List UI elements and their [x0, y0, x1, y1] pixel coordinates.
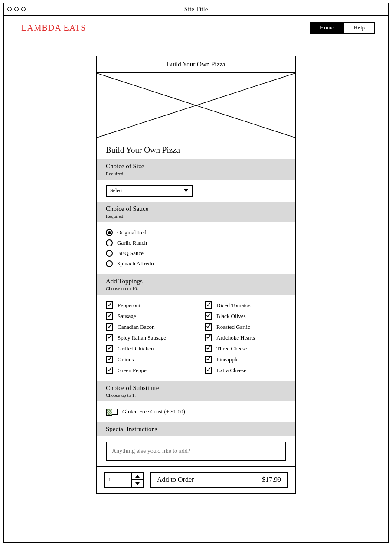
topping-label: Green Pepper	[118, 367, 148, 374]
section-instructions-header: Special Instructions	[97, 422, 295, 436]
quantity-value: 1	[105, 473, 132, 487]
quantity-stepper: 1	[104, 472, 144, 488]
order-price: $17.99	[262, 476, 281, 484]
page-header: LAMBDA EATS Home Help	[4, 16, 388, 38]
quantity-increment[interactable]	[132, 473, 143, 480]
checkbox-topping[interactable]	[205, 345, 212, 352]
toppings-grid: PepperoniSausageCanadian BaconSpicy Ital…	[106, 300, 286, 376]
topping-label: Diced Tomatos	[216, 302, 251, 309]
checkbox-topping[interactable]	[205, 312, 212, 320]
topping-label: Three Cheese	[216, 345, 247, 352]
add-button-label: Add to Order	[157, 476, 194, 484]
title-bar: Site Title	[4, 3, 388, 16]
substitute-sub: Choose up to 1.	[106, 393, 286, 398]
topping-label: Artichoke Hearts	[216, 334, 255, 341]
checkbox-topping[interactable]	[205, 334, 212, 341]
checkbox-topping[interactable]	[106, 334, 113, 341]
checkbox-topping[interactable]	[106, 312, 113, 320]
checkbox-topping[interactable]	[106, 323, 113, 331]
topping-label: Spicy Italian Sausage	[118, 334, 166, 341]
radio-spinach-alfredo[interactable]	[106, 260, 113, 267]
size-title: Choice of Size	[106, 163, 286, 170]
topping-label: Canadian Bacon	[118, 324, 155, 331]
chevron-down-icon	[135, 482, 140, 485]
form-heading: Build Your Own Pizza	[97, 138, 295, 159]
checkbox-topping[interactable]	[106, 367, 113, 374]
section-size-header: Choice of Size Required.	[97, 159, 295, 180]
checkbox-topping[interactable]	[106, 356, 113, 363]
substitute-option-label: Gluten Free Crust (+ $1.00)	[122, 408, 185, 415]
topping-label: Pepperoni	[118, 302, 140, 309]
chevron-up-icon	[135, 475, 140, 478]
sauce-sub: Required.	[106, 213, 286, 219]
brand-logo: LAMBDA EATS	[21, 23, 86, 33]
site-title: Site Title	[4, 6, 388, 13]
sauce-option-label: BBQ Sauce	[117, 250, 144, 257]
checkbox-topping[interactable]	[205, 356, 212, 363]
section-substitute-header: Choice of Substitute Choose up to 1.	[97, 381, 295, 401]
section-toppings-header: Add Toppings Choose up to 10.	[97, 274, 295, 295]
card-title: Build Your Own Pizza	[97, 56, 295, 73]
add-to-order-button[interactable]: Add to Order $17.99	[150, 472, 288, 488]
section-sauce-header: Choice of Sauce Required.	[97, 202, 295, 222]
nav-tab-home[interactable]: Home	[310, 22, 344, 34]
topping-label: Onions	[118, 356, 134, 363]
sauce-option-label: Garlic Ranch	[117, 239, 147, 246]
size-select-label: Select	[110, 187, 123, 194]
topping-label: Black Olives	[216, 313, 246, 320]
topping-label: Grilled Chicken	[118, 345, 154, 352]
topping-label: Pineapple	[216, 356, 238, 363]
radio-bbq-sauce[interactable]	[106, 250, 113, 257]
instructions-title: Special Instructions	[106, 426, 286, 433]
toppings-sub: Choose up to 10.	[106, 286, 286, 291]
special-instructions-input[interactable]	[106, 442, 286, 461]
checkbox-topping[interactable]	[106, 301, 113, 309]
sauce-options: Original Red Garlic Ranch BBQ Sauce Spin…	[97, 222, 295, 274]
pizza-form: Build Your Own Pizza Build Your Own Pizz…	[96, 56, 296, 494]
topping-label: Roasted Garlic	[216, 324, 250, 331]
sauce-option-label: Original Red	[117, 229, 147, 236]
radio-garlic-ranch[interactable]	[106, 239, 113, 246]
topping-label: Sausage	[118, 313, 136, 320]
order-footer: 1 Add to Order $17.99	[97, 466, 295, 493]
checkbox-topping[interactable]	[106, 345, 113, 352]
toggle-gluten-free[interactable]	[106, 409, 118, 415]
toppings-title: Add Toppings	[106, 278, 286, 285]
substitute-title: Choice of Substitute	[106, 384, 286, 392]
browser-window: Site Title LAMBDA EATS Home Help Build Y…	[3, 3, 389, 543]
nav-tab-help[interactable]: Help	[344, 22, 375, 34]
topping-label: Extra Cheese	[216, 367, 246, 374]
quantity-decrement[interactable]	[132, 480, 143, 487]
chevron-down-icon	[184, 189, 188, 192]
radio-original-red[interactable]	[106, 229, 113, 236]
checkbox-topping[interactable]	[205, 301, 212, 309]
checkbox-topping[interactable]	[205, 323, 212, 331]
size-select[interactable]: Select	[106, 185, 193, 197]
checkbox-topping[interactable]	[205, 367, 212, 374]
sauce-title: Choice of Sauce	[106, 205, 286, 213]
size-sub: Required.	[106, 171, 286, 176]
nav-tabs: Home Help	[310, 22, 375, 34]
sauce-option-label: Spinach Alfredo	[117, 260, 154, 267]
hero-image-placeholder	[97, 73, 295, 138]
